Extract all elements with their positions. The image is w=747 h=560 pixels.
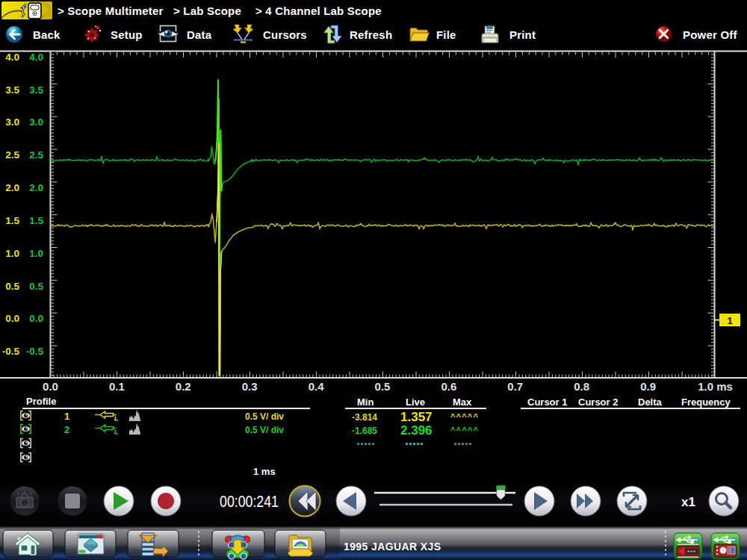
svg-text:0.0: 0.0	[5, 313, 19, 324]
svg-text:3.0: 3.0	[5, 116, 19, 128]
svg-text:3.0: 3.0	[29, 116, 43, 128]
svg-text:00:00:241: 00:00:241	[220, 492, 279, 511]
svg-text:0.0: 0.0	[29, 313, 43, 324]
svg-text:0.5: 0.5	[29, 281, 43, 292]
svg-text:0.3: 0.3	[242, 380, 258, 393]
svg-text:4.0: 4.0	[5, 52, 19, 63]
svg-text:3.5: 3.5	[29, 84, 43, 96]
svg-text:0.2: 0.2	[176, 380, 191, 393]
svg-text:x1: x1	[681, 495, 695, 509]
svg-text:2.0: 2.0	[29, 182, 43, 193]
svg-text:0.9: 0.9	[640, 380, 656, 393]
svg-text:0.8: 0.8	[574, 380, 589, 393]
svg-text:-0.5: -0.5	[2, 346, 20, 357]
svg-text:0.0: 0.0	[43, 380, 58, 393]
svg-text:1.5: 1.5	[5, 215, 19, 226]
svg-text:1.0: 1.0	[5, 248, 19, 259]
svg-text:2.5: 2.5	[5, 149, 19, 161]
svg-text:0.6: 0.6	[441, 380, 456, 393]
svg-text:0.5: 0.5	[375, 380, 391, 393]
svg-text:2.5: 2.5	[29, 149, 43, 161]
svg-text:1995 JAGUAR XJS: 1995 JAGUAR XJS	[344, 541, 441, 553]
svg-text:4.0: 4.0	[29, 52, 43, 63]
svg-text:1: 1	[727, 315, 732, 326]
svg-text:1.0 ms: 1.0 ms	[698, 380, 733, 393]
svg-text:0.4: 0.4	[309, 380, 325, 393]
svg-text:0.7: 0.7	[507, 380, 523, 393]
svg-text:2.0: 2.0	[5, 182, 19, 193]
svg-text:-0.5: -0.5	[26, 346, 44, 357]
svg-text:3.5: 3.5	[5, 84, 19, 96]
svg-text:1.5: 1.5	[29, 215, 43, 226]
svg-text:0.1: 0.1	[109, 380, 125, 393]
svg-text:1.0: 1.0	[29, 248, 43, 259]
svg-text:0.5: 0.5	[5, 281, 19, 292]
